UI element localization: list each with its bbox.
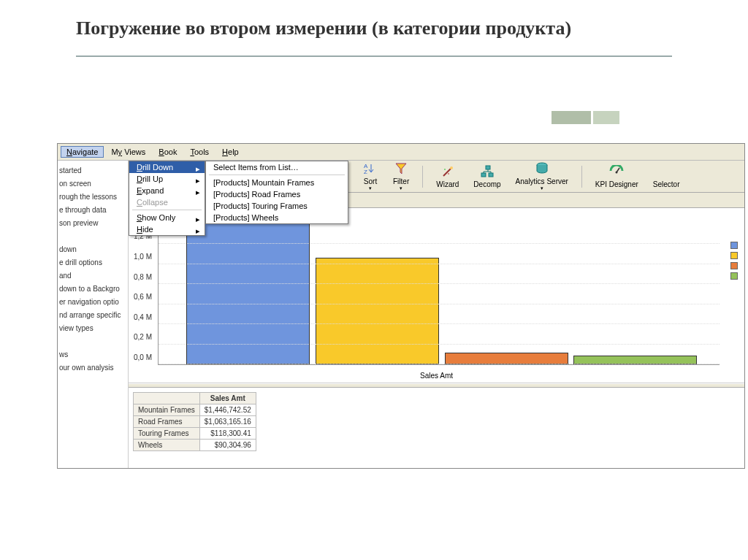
sidebar-text: down bbox=[59, 244, 126, 256]
sidebar-text: and bbox=[59, 270, 126, 282]
menu-navigate[interactable]: Navigate bbox=[61, 146, 104, 158]
svg-rect-6 bbox=[481, 173, 486, 177]
toolbar-sort[interactable]: AZ Sort▾ bbox=[358, 161, 383, 191]
wizard-icon bbox=[440, 164, 455, 179]
accent-block bbox=[552, 111, 591, 124]
sidebar-text: rough the lessons bbox=[59, 191, 126, 203]
drill-down-submenu[interactable]: Select Items from List…[Products] Mounta… bbox=[205, 161, 348, 224]
sidebar-text: er navigation optio bbox=[59, 296, 126, 308]
y-axis: 0,0 M0,2 M0,4 M0,6 M0,8 M1,0 M1,2 M bbox=[129, 214, 155, 365]
selector-icon bbox=[659, 164, 673, 179]
sidebar-text: e drill options bbox=[59, 257, 126, 269]
legend-swatch bbox=[730, 262, 738, 269]
toolbar-separator bbox=[422, 166, 423, 188]
accent-block bbox=[593, 111, 619, 124]
y-tick-label: 0,2 M bbox=[134, 333, 152, 341]
table-row[interactable]: Wheels$90,304.96 bbox=[134, 440, 256, 451]
bar-road-frames[interactable] bbox=[316, 258, 439, 364]
toolbar-analytics[interactable]: Analytics Server▾ bbox=[511, 161, 573, 191]
row-label: Wheels bbox=[134, 440, 200, 451]
svg-point-9 bbox=[616, 172, 618, 174]
sidebar-text: our own analysis bbox=[59, 362, 126, 374]
menu-my-views[interactable]: My Views bbox=[105, 146, 151, 158]
sidebar-text: on screen bbox=[59, 178, 126, 190]
submenu-item[interactable]: Select Items from List… bbox=[206, 161, 348, 173]
legend-swatch bbox=[730, 252, 738, 259]
toolbar-separator bbox=[581, 166, 582, 188]
row-label: Touring Frames bbox=[134, 428, 200, 440]
y-tick-label: 1,0 M bbox=[134, 253, 152, 261]
y-tick-label: 0,0 M bbox=[134, 353, 152, 361]
table-row[interactable]: Touring Frames$118,300.41 bbox=[134, 428, 256, 440]
menu-book[interactable]: Book bbox=[153, 146, 183, 158]
menu-item[interactable]: Show Only▸ bbox=[129, 212, 205, 223]
svg-point-3 bbox=[444, 169, 446, 170]
toolbar-wizard[interactable]: Wizard bbox=[432, 164, 463, 188]
menu-tools[interactable]: Tools bbox=[184, 146, 215, 158]
sidebar-text: ws bbox=[59, 349, 126, 361]
table-row[interactable]: Road Frames$1,063,165.16 bbox=[134, 416, 256, 428]
y-tick-label: 0,4 M bbox=[134, 312, 152, 321]
analytics-icon bbox=[535, 161, 549, 176]
y-tick-label: 0,8 M bbox=[134, 272, 152, 280]
chevron-right-icon: ▸ bbox=[196, 226, 200, 236]
x-axis-label: Sales Amt bbox=[420, 372, 453, 380]
svg-point-4 bbox=[448, 173, 449, 174]
toolbar-selector[interactable]: Selector bbox=[649, 164, 684, 188]
svg-point-2 bbox=[450, 166, 453, 169]
submenu-item[interactable]: [Products] Wheels bbox=[206, 212, 348, 223]
slide-title: Погружение во втором измерении (в катего… bbox=[0, 0, 628, 41]
legend bbox=[724, 237, 744, 310]
navigate-dropdown[interactable]: Drill Down▸Drill Up▸Expand▸CollapseShow … bbox=[129, 161, 205, 236]
svg-rect-7 bbox=[489, 173, 493, 177]
data-table-wrap: Sales Amt Mountain Frames$1,446,742.52Ro… bbox=[129, 388, 744, 468]
sidebar-text: started bbox=[59, 165, 126, 177]
table-row[interactable]: Mountain Frames$1,446,742.52 bbox=[134, 404, 256, 416]
toolbar-filter[interactable]: Filter▾ bbox=[389, 161, 413, 191]
sidebar-text bbox=[59, 336, 126, 348]
menu-item[interactable]: Drill Down▸ bbox=[129, 161, 205, 173]
menu-item[interactable]: Expand▸ bbox=[129, 185, 205, 196]
col-header: Sales Amt bbox=[199, 393, 256, 404]
submenu-item[interactable]: [Products] Touring Frames bbox=[206, 200, 348, 212]
svg-rect-5 bbox=[486, 166, 490, 169]
sidebar-text: nd arrange specific bbox=[59, 310, 126, 321]
submenu-item[interactable]: [Products] Mountain Frames bbox=[206, 177, 348, 188]
row-label: Mountain Frames bbox=[134, 404, 200, 416]
sidebar-text: down to a Backgro bbox=[59, 283, 126, 295]
sort-icon: AZ bbox=[363, 161, 378, 176]
menu-help[interactable]: Help bbox=[216, 146, 245, 158]
toolbar-kpi[interactable]: KPI Designer bbox=[591, 164, 643, 188]
application-window: Navigate My Views Book Tools Help starte… bbox=[57, 143, 745, 469]
bar-touring-frames[interactable] bbox=[445, 353, 568, 364]
menubar: Navigate My Views Book Tools Help bbox=[58, 144, 744, 161]
bar-mountain-frames[interactable] bbox=[186, 219, 310, 364]
y-tick-label: 0,6 M bbox=[134, 293, 152, 301]
title-rule bbox=[76, 55, 672, 57]
legend-swatch bbox=[730, 272, 738, 280]
sidebar-text bbox=[59, 231, 126, 242]
row-value: $118,300.41 bbox=[199, 428, 256, 440]
svg-text:Z: Z bbox=[364, 169, 367, 175]
menu-item[interactable]: Hide▸ bbox=[129, 223, 205, 235]
kpi-icon bbox=[609, 164, 624, 179]
content-area: AZ Sort▾ Filter▾ Wizard Decomp bbox=[129, 161, 744, 468]
data-table: Sales Amt Mountain Frames$1,446,742.52Ro… bbox=[133, 392, 256, 451]
decomp-icon bbox=[480, 164, 495, 179]
legend-swatch bbox=[730, 242, 738, 249]
sidebar-text: son preview bbox=[59, 218, 126, 229]
row-value: $90,304.96 bbox=[199, 440, 256, 451]
row-value: $1,446,742.52 bbox=[199, 404, 256, 416]
menu-item: Collapse bbox=[129, 196, 205, 208]
sidebar-fragments: startedon screenrough the lessonse throu… bbox=[58, 161, 129, 468]
sidebar-text: view types bbox=[59, 323, 126, 334]
submenu-item[interactable]: [Products] Road Frames bbox=[206, 188, 348, 200]
menu-item[interactable]: Drill Up▸ bbox=[129, 173, 205, 185]
plot-area bbox=[158, 214, 720, 365]
row-label: Road Frames bbox=[134, 416, 200, 428]
sidebar-text: e through data bbox=[59, 204, 126, 216]
toolbar-decomp[interactable]: Decomp bbox=[469, 164, 505, 188]
chart-area: 0,0 M0,2 M0,4 M0,6 M0,8 M1,0 M1,2 M Sale… bbox=[129, 208, 744, 383]
row-value: $1,063,165.16 bbox=[199, 416, 256, 428]
filter-icon bbox=[394, 161, 408, 176]
